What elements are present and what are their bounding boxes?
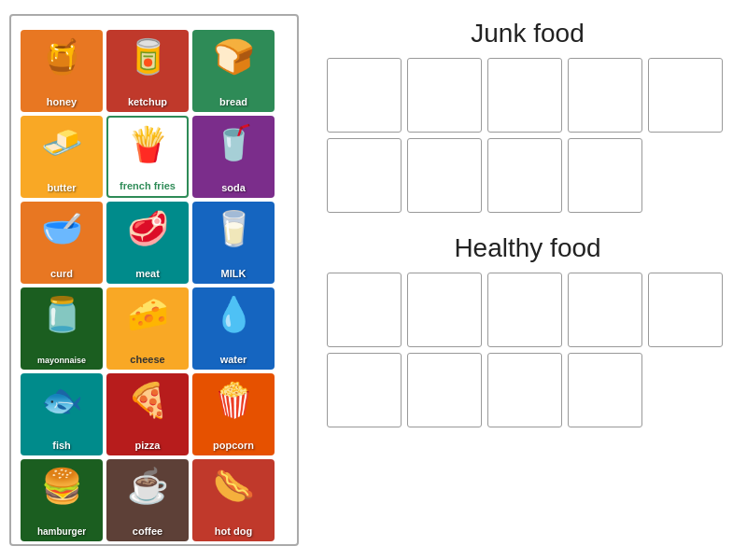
- junk-drop-7[interactable]: [407, 138, 482, 213]
- food-grid-panel: 🍯 honey 🥫 ketchup 🍞 bread 🧈 butter 🍟 fre…: [9, 14, 299, 546]
- ketchup-icon: 🥫: [127, 37, 169, 77]
- milk-label: MILK: [221, 268, 247, 280]
- healthy-food-row-2: [327, 353, 728, 427]
- soda-label: soda: [221, 182, 246, 194]
- french-fries-label: french fries: [120, 180, 176, 192]
- mayonnaise-icon: 🫙: [41, 295, 83, 334]
- bread-label: bread: [219, 96, 247, 108]
- junk-drop-8[interactable]: [487, 138, 562, 213]
- junk-food-title: Junk food: [327, 19, 728, 49]
- food-item-water[interactable]: 💧 water: [192, 287, 275, 370]
- healthy-drop-6[interactable]: [327, 353, 402, 427]
- butter-icon: 🧈: [41, 123, 83, 162]
- food-row-5: 🐟 fish 🍕 pizza 🍿 popcorn: [21, 373, 288, 455]
- healthy-food-section: Healthy food: [327, 233, 728, 433]
- healthy-drop-5[interactable]: [648, 273, 723, 347]
- ketchup-label: ketchup: [128, 96, 167, 108]
- food-item-popcorn[interactable]: 🍿 popcorn: [192, 373, 275, 455]
- healthy-drop-3[interactable]: [487, 273, 562, 347]
- junk-food-row-2: [327, 138, 728, 213]
- curd-label: curd: [50, 268, 73, 280]
- hot-dog-label: hot dog: [215, 525, 252, 538]
- food-row-6: 🍔 hamburger ☕ coffee 🌭 hot dog: [21, 459, 288, 541]
- food-item-curd[interactable]: 🥣 curd: [21, 202, 103, 284]
- pizza-icon: 🍕: [127, 381, 169, 420]
- healthy-drop-8[interactable]: [487, 353, 562, 427]
- food-item-mayonnaise[interactable]: 🫙 mayonnaise: [21, 287, 103, 370]
- mayonnaise-label: mayonnaise: [37, 356, 86, 366]
- sorting-panel: Junk food Healthy food: [308, 0, 747, 560]
- junk-drop-9[interactable]: [568, 138, 642, 213]
- coffee-icon: ☕: [127, 467, 169, 506]
- junk-drop-1[interactable]: [327, 58, 402, 133]
- healthy-drop-1[interactable]: [327, 273, 402, 347]
- healthy-food-title: Healthy food: [327, 233, 728, 263]
- food-item-cheese[interactable]: 🧀 cheese: [106, 287, 189, 370]
- junk-drop-4[interactable]: [568, 58, 642, 133]
- food-item-hot-dog[interactable]: 🌭 hot dog: [192, 459, 275, 541]
- food-item-fish[interactable]: 🐟 fish: [21, 373, 103, 455]
- food-item-butter[interactable]: 🧈 butter: [21, 116, 103, 198]
- milk-icon: 🥛: [213, 209, 255, 248]
- food-row-2: 🧈 butter 🍟 french fries 🥤 soda: [21, 116, 288, 198]
- pizza-label: pizza: [135, 440, 161, 452]
- junk-food-row-1: [327, 58, 728, 133]
- food-item-soda[interactable]: 🥤 soda: [192, 116, 275, 198]
- junk-drop-3[interactable]: [487, 58, 562, 133]
- junk-drop-2[interactable]: [407, 58, 482, 133]
- butter-label: butter: [47, 182, 76, 194]
- healthy-food-row-1: [327, 273, 728, 347]
- food-item-meat[interactable]: 🥩 meat: [106, 202, 189, 284]
- hamburger-label: hamburger: [37, 526, 86, 538]
- fish-label: fish: [52, 440, 71, 452]
- honey-label: honey: [47, 96, 77, 108]
- food-item-milk[interactable]: 🥛 MILK: [192, 202, 275, 284]
- healthy-drop-4[interactable]: [568, 273, 642, 347]
- food-item-honey[interactable]: 🍯 honey: [21, 30, 103, 112]
- popcorn-icon: 🍿: [213, 381, 255, 420]
- water-label: water: [220, 354, 247, 366]
- junk-drop-5[interactable]: [648, 58, 723, 133]
- healthy-drop-7[interactable]: [407, 353, 482, 427]
- cheese-icon: 🧀: [127, 295, 169, 334]
- cheese-label: cheese: [130, 354, 164, 366]
- soda-icon: 🥤: [213, 123, 255, 162]
- water-icon: 💧: [213, 295, 255, 334]
- coffee-label: coffee: [133, 525, 162, 538]
- popcorn-label: popcorn: [213, 440, 254, 452]
- bread-icon: 🍞: [213, 37, 255, 77]
- honey-icon: 🍯: [41, 37, 83, 77]
- food-row-4: 🫙 mayonnaise 🧀 cheese 💧 water: [21, 287, 288, 370]
- hamburger-icon: 🍔: [41, 467, 83, 506]
- meat-icon: 🥩: [127, 209, 169, 248]
- curd-icon: 🥣: [41, 209, 83, 248]
- food-item-bread[interactable]: 🍞 bread: [192, 30, 275, 112]
- french-fries-icon: 🍟: [127, 125, 169, 164]
- junk-food-section: Junk food: [327, 19, 728, 218]
- food-item-hamburger[interactable]: 🍔 hamburger: [21, 459, 103, 541]
- meat-label: meat: [135, 268, 160, 280]
- food-row-1: 🍯 honey 🥫 ketchup 🍞 bread: [21, 30, 288, 112]
- food-item-coffee[interactable]: ☕ coffee: [106, 459, 189, 541]
- healthy-drop-2[interactable]: [407, 273, 482, 347]
- hot-dog-icon: 🌭: [213, 467, 255, 506]
- fish-icon: 🐟: [41, 381, 83, 420]
- food-row-3: 🥣 curd 🥩 meat 🥛 MILK: [21, 202, 288, 284]
- food-item-french-fries[interactable]: 🍟 french fries: [106, 116, 189, 198]
- food-item-pizza[interactable]: 🍕 pizza: [106, 373, 189, 455]
- healthy-drop-9[interactable]: [568, 353, 642, 427]
- junk-drop-6[interactable]: [327, 138, 402, 213]
- food-item-ketchup[interactable]: 🥫 ketchup: [106, 30, 189, 112]
